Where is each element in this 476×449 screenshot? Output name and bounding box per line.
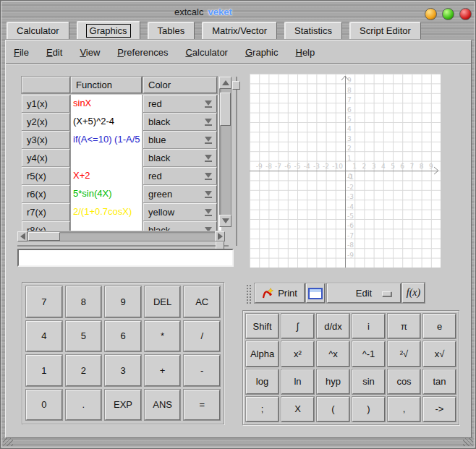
- funcpad-key-ln[interactable]: ln: [281, 369, 314, 394]
- funcpad-key-shift[interactable]: Shift: [246, 314, 279, 338]
- color-dropdown[interactable]: yellow: [143, 203, 217, 221]
- numpad-key-ac[interactable]: AC: [184, 286, 220, 317]
- function-cell[interactable]: 5*sin(4X): [71, 185, 142, 203]
- resize-grip-right[interactable]: [463, 437, 473, 446]
- resize-grip-left[interactable]: [3, 437, 13, 446]
- function-cell[interactable]: [71, 149, 142, 167]
- numpad-key-5[interactable]: 5: [66, 321, 102, 352]
- scroll-left-button[interactable]: [17, 231, 27, 241]
- funcpad-key-tan[interactable]: tan: [423, 369, 456, 394]
- tab-matrix-vector[interactable]: Matrix/Vector: [202, 22, 277, 39]
- funcpad-key-close-paren[interactable]: ): [352, 397, 385, 422]
- funcpad-key-pi[interactable]: π: [388, 314, 420, 338]
- dropdown-arrow-icon: [205, 137, 212, 144]
- menu-file[interactable]: File: [9, 46, 34, 59]
- funcpad-key-alpha[interactable]: Alpha: [246, 341, 279, 366]
- color-dropdown[interactable]: blue: [143, 131, 217, 149]
- scroll-up-button[interactable]: [219, 77, 231, 89]
- tab-calculator[interactable]: Calculator: [7, 22, 69, 39]
- funcpad-key-sin[interactable]: sin: [352, 369, 385, 394]
- numpad-key-ans[interactable]: ANS: [145, 390, 181, 421]
- print-button-label: Print: [278, 288, 297, 299]
- funcpad-key-assign-arrow[interactable]: ->: [423, 397, 456, 422]
- numpad-key-exp[interactable]: EXP: [105, 390, 141, 421]
- numpad-key-equals[interactable]: =: [184, 390, 220, 421]
- function-list-button[interactable]: f(x): [402, 283, 425, 303]
- funcpad-key-integral[interactable]: ∫: [281, 314, 314, 338]
- color-dropdown[interactable]: black: [143, 221, 217, 231]
- svg-text:2: 2: [347, 145, 352, 152]
- function-cell[interactable]: X+2: [71, 167, 142, 185]
- function-cell[interactable]: if(A<=10) (1-A/5: [71, 131, 142, 149]
- funcpad-key-euler-e[interactable]: e: [423, 314, 456, 338]
- numpad-key-decimal-point[interactable]: .: [66, 390, 102, 421]
- numpad-key-0[interactable]: 0: [26, 390, 62, 421]
- numpad-key-divide[interactable]: /: [184, 321, 220, 352]
- funcpad-key-open-paren[interactable]: (: [317, 397, 349, 422]
- tab-statistics[interactable]: Statistics: [284, 22, 342, 39]
- vertical-pan-slider[interactable]: [236, 77, 237, 246]
- numpad-key-9[interactable]: 9: [105, 286, 141, 317]
- menu-calculator[interactable]: Calculator: [180, 46, 233, 59]
- scroll-down-button[interactable]: [219, 215, 231, 227]
- print-button[interactable]: Print: [255, 283, 305, 303]
- scroll-right-button[interactable]: [215, 231, 225, 241]
- menu-help[interactable]: Help: [291, 46, 320, 59]
- numpad-key-del[interactable]: DEL: [145, 286, 181, 317]
- maximize-button[interactable]: [442, 8, 454, 20]
- funcpad-key-log[interactable]: log: [246, 369, 279, 394]
- zoom-window-button[interactable]: [306, 283, 325, 303]
- function-cell[interactable]: 2/(1+0.7cosX): [71, 203, 142, 221]
- color-dropdown[interactable]: red: [143, 167, 217, 185]
- edit-mode-dropdown[interactable]: Edit: [327, 283, 401, 303]
- tab-tables[interactable]: Tables: [148, 22, 195, 39]
- menu-edit[interactable]: Edit: [41, 46, 67, 59]
- tab-label: Matrix/Vector: [212, 25, 267, 36]
- function-cell[interactable]: [71, 221, 142, 231]
- horizontal-pan-slider[interactable]: [17, 245, 229, 247]
- funcpad-key-cos[interactable]: cos: [388, 369, 420, 394]
- numpad-key-minus[interactable]: -: [184, 355, 220, 386]
- numpad-key-7[interactable]: 7: [26, 286, 62, 317]
- funcpad-key-comma[interactable]: ,: [388, 397, 420, 422]
- color-dropdown[interactable]: black: [143, 113, 217, 131]
- table-row: y2(x)(X+5)^2-4black: [22, 113, 222, 131]
- vertical-pan-slider-handle[interactable]: [232, 81, 240, 90]
- expression-input[interactable]: [17, 249, 234, 267]
- funcpad-key-derivative[interactable]: d/dx: [317, 314, 349, 338]
- horizontal-scrollbar-thumb[interactable]: [28, 232, 60, 241]
- funcpad-key-semicolon[interactable]: ;: [246, 397, 279, 422]
- numpad-key-multiply[interactable]: *: [145, 321, 181, 352]
- toolbar-grip[interactable]: [245, 283, 252, 304]
- color-dropdown[interactable]: green: [143, 185, 217, 203]
- tab-graphics[interactable]: Graphics: [77, 21, 140, 39]
- numpad-key-8[interactable]: 8: [66, 286, 102, 317]
- titlebar[interactable]: extcalcveket: [1, 2, 475, 21]
- funcpad-key-square-root[interactable]: ²√: [388, 341, 420, 366]
- svg-text:-8: -8: [265, 163, 272, 170]
- minimize-button[interactable]: [425, 8, 437, 20]
- funcpad-key-power-x[interactable]: ^x: [317, 341, 349, 366]
- color-dropdown[interactable]: black: [143, 149, 217, 167]
- numpad-key-3[interactable]: 3: [105, 355, 141, 386]
- menu-preferences[interactable]: Preferences: [112, 46, 173, 59]
- menu-view[interactable]: View: [75, 46, 105, 59]
- vertical-scrollbar-thumb[interactable]: [220, 93, 231, 126]
- numpad-key-6[interactable]: 6: [105, 321, 141, 352]
- numpad-key-1[interactable]: 1: [26, 355, 62, 386]
- tab-script-editor[interactable]: Script Editor: [349, 22, 421, 39]
- numpad-key-2[interactable]: 2: [66, 355, 102, 386]
- funcpad-key-inverse[interactable]: ^-1: [352, 341, 385, 366]
- close-button[interactable]: [459, 8, 472, 20]
- funcpad-key-x-squared[interactable]: x²: [281, 341, 314, 366]
- function-cell[interactable]: sinX: [71, 95, 142, 113]
- funcpad-key-imaginary-i[interactable]: i: [352, 314, 385, 338]
- numpad-key-plus[interactable]: +: [145, 355, 181, 386]
- function-cell[interactable]: (X+5)^2-4: [71, 113, 142, 131]
- funcpad-key-nth-root[interactable]: x√: [423, 341, 456, 366]
- menu-graphic[interactable]: Graphic: [240, 46, 284, 59]
- color-dropdown[interactable]: red: [143, 95, 217, 113]
- funcpad-key-hyp[interactable]: hyp: [317, 369, 349, 394]
- numpad-key-4[interactable]: 4: [26, 321, 62, 352]
- funcpad-key-variable-x[interactable]: X: [281, 397, 314, 422]
